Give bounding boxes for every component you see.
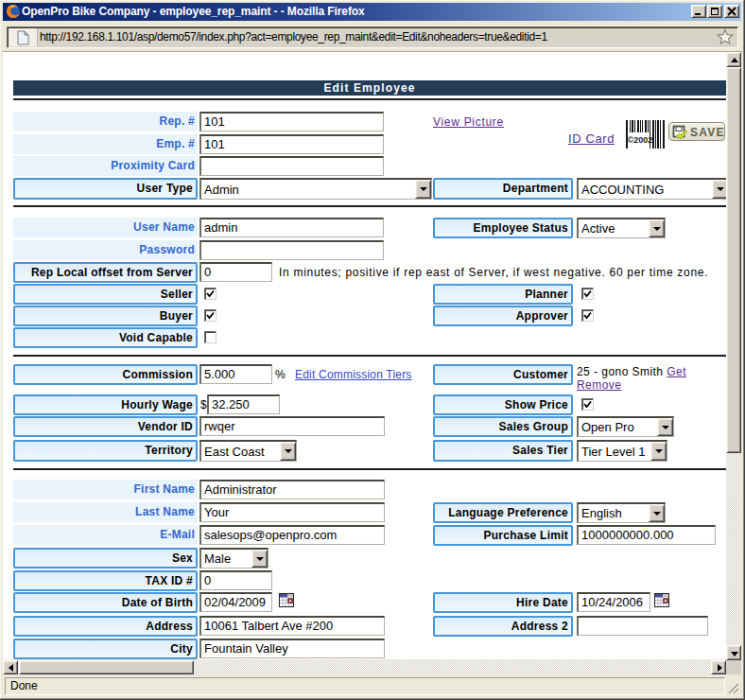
svg-text:©2002: ©2002 [628,135,653,145]
